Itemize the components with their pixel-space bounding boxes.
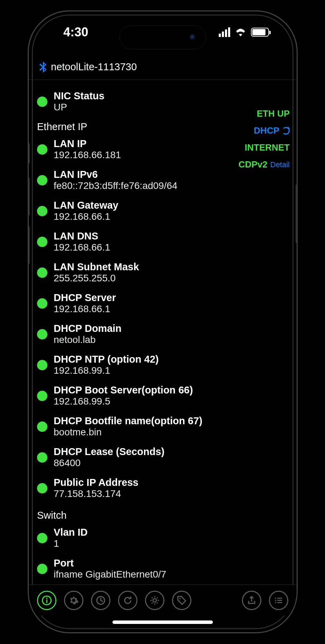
info-row: LAN Subnet Mask255.255.255.0 xyxy=(37,261,288,284)
status-dot-icon xyxy=(37,206,47,216)
row-value: bootme.bin xyxy=(54,427,202,438)
row-label: LAN DNS xyxy=(54,230,110,242)
status-dot-icon xyxy=(37,175,47,185)
svg-point-13 xyxy=(179,598,181,599)
info-tab-button[interactable] xyxy=(37,591,56,610)
home-indicator[interactable] xyxy=(112,620,213,624)
row-value: 77.158.153.174 xyxy=(54,488,138,499)
refresh-tab-button[interactable] xyxy=(118,591,137,610)
row-value: 86400 xyxy=(54,457,164,469)
info-row: DHCP Boot Server(option 66)192.168.99.5 xyxy=(37,384,288,407)
internet-status-badge: INTERNET xyxy=(245,142,290,153)
sun-icon xyxy=(150,595,160,606)
settings-tab-button[interactable] xyxy=(64,591,83,610)
row-value: 192.168.66.1 xyxy=(54,211,118,222)
row-label: LAN Gateway xyxy=(54,200,118,211)
detail-link[interactable]: Detail xyxy=(270,160,290,169)
status-dot-icon xyxy=(37,329,47,339)
row-label: DHCP Lease (Seconds) xyxy=(54,446,164,457)
info-row: DHCP Bootfile name(option 67)bootme.bin xyxy=(37,415,288,438)
tag-tab-button[interactable] xyxy=(172,591,191,610)
row-label: DHCP NTP (option 42) xyxy=(54,354,159,365)
clock: 4:30 xyxy=(63,25,88,39)
dhcp-status-badge[interactable]: DHCP xyxy=(254,125,290,136)
bluetooth-icon xyxy=(39,62,47,73)
row-value: 192.168.66.181 xyxy=(54,149,121,161)
wifi-icon xyxy=(235,28,246,36)
svg-line-9 xyxy=(152,597,153,598)
info-row: DHCP NTP (option 42)192.168.99.1 xyxy=(37,354,288,376)
info-row: LAN IPv6fe80::72b3:d5ff:fe76:ad09/64 xyxy=(37,169,288,191)
eth-status-badge: ETH UP xyxy=(257,108,290,119)
row-value: ifname GigabitEthernet0/7 xyxy=(54,569,166,580)
row-value: UP xyxy=(54,102,105,113)
row-value: netool.lab xyxy=(54,334,121,345)
row-value: 192.168.66.1 xyxy=(54,242,110,253)
protocol-badge[interactable]: CDPv2 Detail xyxy=(238,159,290,170)
info-row: Public IP Address 77.158.153.174 xyxy=(37,477,288,499)
status-badges: ETH UP DHCP INTERNET CDPv2 Detail xyxy=(238,108,290,170)
section-switch: Switch xyxy=(37,510,288,521)
svg-point-2 xyxy=(46,597,47,599)
row-value: 192.168.99.1 xyxy=(54,365,159,376)
row-value: 192.168.66.1 xyxy=(54,303,116,315)
cellular-signal-icon xyxy=(219,27,230,37)
info-icon xyxy=(42,595,52,606)
row-label: Port xyxy=(54,557,166,569)
battery-icon xyxy=(251,28,269,37)
row-label: LAN Subnet Mask xyxy=(54,261,139,273)
row-value: 192.168.99.5 xyxy=(54,396,193,407)
info-row: Vlan ID1 xyxy=(37,527,288,549)
device-header: netoolLite-1113730 xyxy=(29,53,297,80)
info-row: LAN DNS192.168.66.1 xyxy=(37,230,288,253)
status-dot-icon xyxy=(37,298,47,309)
svg-point-4 xyxy=(153,599,156,602)
row-label: DHCP Server xyxy=(54,292,116,303)
row-label: Public IP Address xyxy=(54,477,138,488)
device-name: netoolLite-1113730 xyxy=(51,61,137,73)
status-dot-icon xyxy=(37,360,47,370)
info-row: LAN Gateway192.168.66.1 xyxy=(37,200,288,222)
svg-rect-1 xyxy=(46,599,47,603)
info-row: DHCP Server192.168.66.1 xyxy=(37,292,288,315)
share-icon xyxy=(246,595,257,606)
row-label: DHCP Boot Server(option 66) xyxy=(54,384,193,396)
tag-icon xyxy=(177,595,187,606)
menu-button[interactable] xyxy=(269,591,288,610)
clock-icon xyxy=(96,595,106,606)
list-icon xyxy=(273,595,284,606)
status-dot-icon xyxy=(37,452,47,463)
gear-icon xyxy=(69,595,79,606)
refresh-icon xyxy=(123,595,133,606)
info-row: Portifname GigabitEthernet0/7 xyxy=(37,557,288,580)
status-dot-icon xyxy=(37,144,47,155)
svg-point-16 xyxy=(275,602,276,603)
share-button[interactable] xyxy=(242,591,261,610)
row-value: fe80::72b3:d5ff:fe76:ad09/64 xyxy=(54,180,178,191)
info-row: DHCP Lease (Seconds)86400 xyxy=(37,446,288,469)
bottom-toolbar xyxy=(29,584,297,616)
row-label: DHCP Domain xyxy=(54,323,121,334)
row-value: 1 xyxy=(54,538,88,549)
status-dot-icon xyxy=(37,237,47,247)
row-label: LAN IPv6 xyxy=(54,169,178,180)
dynamic-island xyxy=(119,25,206,49)
brightness-tab-button[interactable] xyxy=(145,591,164,610)
svg-point-14 xyxy=(275,597,276,599)
refresh-icon[interactable] xyxy=(282,127,290,135)
status-dot-icon xyxy=(37,267,47,278)
status-dot-icon xyxy=(37,97,47,107)
status-dot-icon xyxy=(37,564,47,574)
phone-frame: 4:30 netoolLite-1113730 ETH UP DHCP xyxy=(28,10,298,633)
main-content[interactable]: ETH UP DHCP INTERNET CDPv2 Detail NIC St… xyxy=(29,84,297,584)
svg-line-11 xyxy=(152,602,153,604)
row-label: NIC Status xyxy=(54,90,105,102)
history-tab-button[interactable] xyxy=(91,591,110,610)
svg-point-15 xyxy=(275,600,276,601)
info-row: DHCP Domainnetool.lab xyxy=(37,323,288,345)
row-label: Vlan ID xyxy=(54,527,88,538)
status-dot-icon xyxy=(37,391,47,401)
svg-line-10 xyxy=(157,602,158,604)
svg-line-12 xyxy=(157,597,158,598)
row-label: DHCP Bootfile name(option 67) xyxy=(54,415,202,427)
